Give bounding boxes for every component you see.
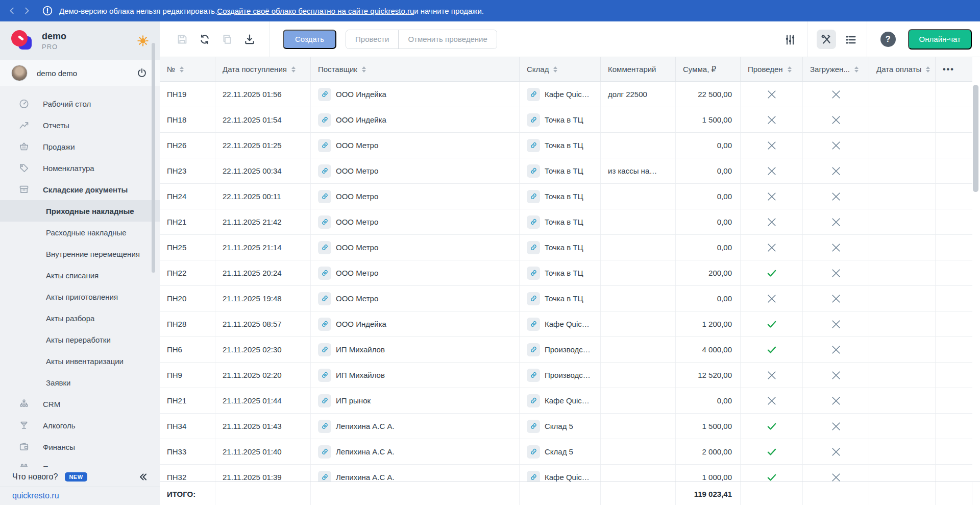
table-row[interactable]: ПН921.11.2025 02:20ИП МихайловПроизводс…… — [160, 363, 972, 388]
online-chat-button[interactable]: Онлайн-чат — [908, 29, 972, 50]
link-icon[interactable] — [318, 241, 331, 254]
quickresto-site-link[interactable]: quickresto.ru — [0, 487, 160, 500]
post-button[interactable]: Провести — [346, 30, 398, 49]
link-icon[interactable] — [318, 343, 331, 356]
link-icon[interactable] — [318, 215, 331, 229]
sidebar-subitem[interactable]: Заявки — [0, 372, 160, 393]
refresh-icon[interactable] — [199, 33, 211, 45]
link-icon[interactable] — [318, 420, 331, 433]
list-view-icon[interactable] — [844, 33, 856, 45]
user-row[interactable]: demo demo — [0, 60, 160, 86]
table-row[interactable]: ПН1822.11.2025 01:54ООО ИндейкаТочка в Т… — [160, 107, 972, 133]
link-icon[interactable] — [527, 190, 540, 203]
sidebar-subitem-active[interactable]: Приходные накладные — [0, 200, 160, 222]
link-icon[interactable] — [318, 88, 331, 101]
link-icon[interactable] — [527, 139, 540, 152]
sidebar-scrollbar[interactable] — [152, 43, 155, 273]
sidebar-subitem[interactable]: Акты приготовления — [0, 286, 160, 307]
create-button[interactable]: Создать — [283, 30, 336, 49]
filters-sliders-icon[interactable] — [783, 33, 796, 45]
table-row[interactable]: ПН2821.11.2025 08:57ООО ИндейкаКафе Quic… — [160, 311, 972, 337]
column-header[interactable]: Загружен... — [803, 57, 869, 81]
link-icon[interactable] — [527, 113, 540, 127]
column-header[interactable]: Склад — [520, 57, 601, 81]
sort-arrows-icon[interactable] — [291, 66, 296, 73]
whats-new-link[interactable]: Что нового? — [12, 472, 58, 482]
sidebar-item[interactable]: Складские документы — [0, 179, 160, 200]
column-header[interactable]: № — [160, 57, 215, 81]
sidebar-item[interactable]: Персонал — [0, 458, 160, 467]
table-row[interactable]: ПН2322.11.2025 00:34ООО МетроТочка в ТЦи… — [160, 158, 972, 184]
link-icon[interactable] — [318, 164, 331, 178]
link-icon[interactable] — [527, 471, 540, 482]
sidebar-subitem[interactable]: Акты инвентаризации — [0, 350, 160, 372]
link-icon[interactable] — [318, 292, 331, 305]
column-header[interactable]: Дата оплаты — [869, 57, 936, 81]
sidebar-item[interactable]: Рабочий стол — [0, 93, 160, 114]
link-icon[interactable] — [527, 445, 540, 459]
table-row[interactable]: ПН2622.11.2025 01:25ООО МетроТочка в ТЦ0… — [160, 133, 972, 158]
help-button[interactable]: ? — [880, 32, 896, 47]
new-badge[interactable]: NEW — [65, 472, 87, 482]
link-icon[interactable] — [527, 267, 540, 280]
logout-power-icon[interactable] — [136, 67, 148, 79]
link-icon[interactable] — [318, 369, 331, 382]
sidebar-item[interactable]: Номенклатура — [0, 157, 160, 179]
tools-view-icon[interactable] — [817, 30, 836, 49]
link-icon[interactable] — [527, 318, 540, 331]
save-icon[interactable] — [176, 33, 188, 45]
sidebar-item[interactable]: Алкоголь — [0, 415, 160, 436]
link-icon[interactable] — [318, 318, 331, 331]
column-header[interactable]: Проведен — [741, 57, 803, 81]
sidebar-subitem[interactable]: Внутренние перемещения — [0, 243, 160, 264]
table-row[interactable]: ПН1922.11.2025 01:56ООО ИндейкаКафе Quic… — [160, 82, 972, 107]
banner-signup-link[interactable]: Создайте своё облако бесплатно на сайте … — [217, 7, 414, 15]
collapse-sidebar-icon[interactable] — [137, 471, 149, 483]
table-row[interactable]: ПН3321.11.2025 01:40Лепихина А.С А.Склад… — [160, 439, 972, 465]
link-icon[interactable] — [318, 471, 331, 482]
link-icon[interactable] — [318, 394, 331, 407]
back-chevron-icon[interactable] — [5, 4, 19, 18]
link-icon[interactable] — [527, 164, 540, 178]
table-row[interactable]: ПН2221.11.2025 20:24ООО МетроТочка в ТЦ2… — [160, 260, 972, 286]
user-avatar[interactable] — [11, 65, 28, 81]
column-header[interactable]: Дата поступления — [215, 57, 311, 81]
table-row[interactable]: ПН2422.11.2025 00:11ООО МетроТочка в ТЦ0… — [160, 184, 972, 209]
duplicate-icon[interactable] — [221, 33, 233, 45]
table-row[interactable]: ПН3421.11.2025 01:43Лепихина А.С А.Склад… — [160, 414, 972, 439]
link-icon[interactable] — [527, 420, 540, 433]
sort-arrows-icon[interactable] — [788, 66, 792, 73]
link-icon[interactable] — [527, 292, 540, 305]
column-header[interactable]: Комментарий — [601, 57, 676, 81]
link-icon[interactable] — [527, 215, 540, 229]
sort-arrows-icon[interactable] — [926, 66, 930, 73]
sidebar-subitem[interactable]: Акты переработки — [0, 329, 160, 350]
table-row[interactable]: ПН2521.11.2025 21:14ООО МетроТочка в ТЦ0… — [160, 235, 972, 260]
sidebar-subitem[interactable]: Акты разбора — [0, 307, 160, 329]
table-row[interactable]: ПН2121.11.2025 21:42ООО МетроТочка в ТЦ0… — [160, 209, 972, 235]
sidebar-subitem[interactable]: Акты списания — [0, 264, 160, 286]
link-icon[interactable] — [527, 369, 540, 382]
sidebar-item[interactable]: Продажи — [0, 136, 160, 157]
link-icon[interactable] — [318, 113, 331, 127]
link-icon[interactable] — [527, 88, 540, 101]
link-icon[interactable] — [527, 343, 540, 356]
sort-arrows-icon[interactable] — [854, 66, 859, 73]
table-row[interactable]: ПН2121.11.2025 01:44ИП рынокКафе Quic…0,… — [160, 388, 972, 414]
sidebar-item[interactable]: CRM — [0, 393, 160, 415]
sidebar-item[interactable]: Финансы — [0, 436, 160, 458]
column-menu-button[interactable]: ••• — [936, 57, 972, 81]
link-icon[interactable] — [318, 190, 331, 203]
sort-arrows-icon[interactable] — [553, 66, 557, 73]
link-icon[interactable] — [527, 241, 540, 254]
link-icon[interactable] — [318, 267, 331, 280]
link-icon[interactable] — [318, 445, 331, 459]
sort-arrows-icon[interactable] — [362, 66, 366, 73]
sort-arrows-icon[interactable] — [180, 66, 184, 73]
link-icon[interactable] — [527, 394, 540, 407]
forward-chevron-icon[interactable] — [19, 4, 34, 18]
cancel-post-button[interactable]: Отменить проведение — [398, 30, 496, 49]
table-row[interactable]: ПН621.11.2025 02:30ИП МихайловПроизводс…… — [160, 337, 972, 363]
column-header[interactable]: Сумма, ₽ — [676, 57, 741, 81]
table-row[interactable]: ПН3221.11.2025 01:39Лепихина А.С А.Кафе … — [160, 465, 972, 482]
